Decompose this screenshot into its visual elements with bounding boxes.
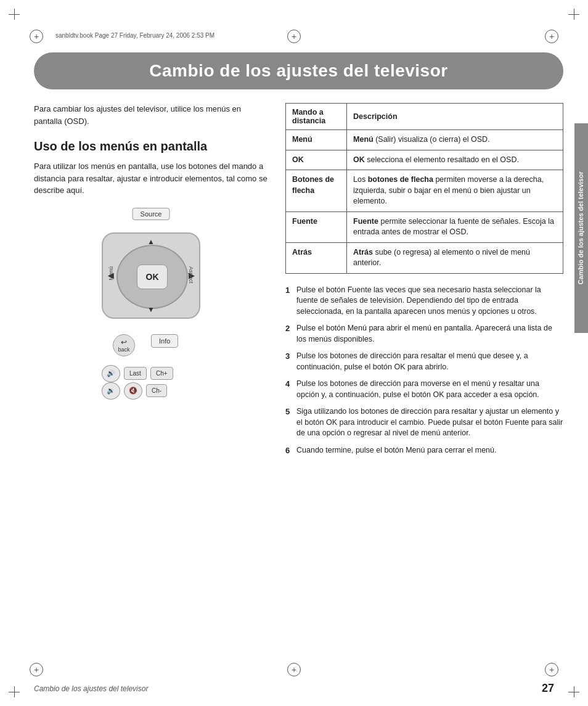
remote-table: Mando a distancia Descripción Menú Menú … [285,103,563,274]
page-title: Cambio de los ajustes del televisor [52,61,545,81]
footer-title: Cambio de los ajustes del televisor [34,684,148,693]
arrow-down-icon[interactable]: ▼ [147,305,155,314]
table-row: OK OK selecciona el elemento resaltado e… [286,150,563,170]
crop-mark-bottom-left [9,686,20,697]
table-row: Menú Menú (Salir) visualiza (o cierra) e… [286,130,563,150]
bottom-row-1: 🔊 Last Ch+ [102,365,173,382]
step-text-1: Pulse el botón Fuente las veces que sea … [296,285,563,318]
section-title: Uso de los menús en pantalla [34,138,268,154]
crop-mark-top-left [9,9,20,20]
step-number-6: 6 [285,445,293,456]
step-text-2: Pulse el botón Menú para abrir el menú e… [296,323,563,345]
step-text-4: Pulse los botones de dirección para move… [296,379,563,400]
two-column-layout: Para cambiar los ajustes del televisor, … [34,103,563,462]
left-column: Para cambiar los ajustes del televisor, … [34,103,268,462]
table-cell-desc-3: Los botones de flecha permiten moverse a… [347,170,563,212]
mute-button[interactable]: 🔇 [124,382,142,400]
reg-mark-top-left [30,30,43,43]
table-header-description: Descripción [347,104,563,130]
intro-text: Para cambiar los ajustes del televisor, … [34,103,268,127]
sidebar-tab: Cambio de los ajustes del televisor [574,123,588,333]
back-button[interactable]: ↩ back [113,334,135,356]
list-item: 2 Pulse el botón Menú para abrir el menú… [285,323,563,345]
title-banner: Cambio de los ajustes del televisor [34,52,563,89]
table-cell-desc-4: Fuente permite seleccionar la fuente de … [347,211,563,242]
source-button[interactable]: Source [133,208,170,220]
table-cell-desc-5: Atrás sube (o regresa) al elemento o niv… [347,242,563,273]
page-footer: Cambio de los ajustes del televisor 27 [34,682,554,695]
crop-mark-bottom-right [568,686,579,697]
list-item: 1 Pulse el botón Fuente las veces que se… [285,285,563,318]
table-header-remote: Mando a distancia [286,104,347,130]
right-column: Mando a distancia Descripción Menú Menú … [285,103,563,462]
ch-plus-button[interactable]: Ch+ [150,367,173,380]
list-item: 5 Siga utilizando los botones de direcci… [285,406,563,439]
table-row: Atrás Atrás sube (o regresa) al elemento… [286,242,563,273]
remote-control: Source OK ▲ ▼ ◀ ▶ [83,208,219,399]
step-number-5: 5 [285,406,293,439]
table-cell-remote-3: Botones de flecha [286,170,347,212]
arrow-up-icon[interactable]: ▲ [147,237,155,246]
volume-down-button[interactable]: 🔉 [102,382,120,400]
list-item: 3 Pulse los botones de dirección para re… [285,351,563,372]
step-text-5: Siga utilizando los botones de dirección… [296,406,563,439]
ok-button[interactable]: OK [137,265,168,289]
page-number: 27 [542,682,554,695]
speaker-high-icon: 🔊 [107,369,115,377]
aspect-label: Aspect [188,266,194,284]
step-text-6: Cuando termine, pulse el botón Menú para… [296,445,497,456]
table-cell-remote-4: Fuente [286,211,347,242]
dpad-container: OK ▲ ▼ ◀ ▶ Menú Aspect [102,232,200,319]
sidebar-tab-label: Cambio de los ajustes del televisor [577,171,585,284]
speaker-low-icon: 🔉 [107,387,115,395]
table-row: Fuente Fuente permite seleccionar la fue… [286,211,563,242]
step-number-3: 3 [285,351,293,372]
bottom-row-2: 🔉 🔇 Ch- [102,382,167,400]
steps-list: 1 Pulse el botón Fuente las veces que se… [285,285,563,456]
step-number-4: 4 [285,379,293,400]
mute-icon: 🔇 [129,387,137,395]
table-cell-desc-1: Menú (Salir) visualiza (o cierra) el OSD… [347,130,563,150]
menu-label: Menú [108,266,114,281]
table-cell-remote-1: Menú [286,130,347,150]
back-button-label: back [118,347,129,353]
step-text-3: Pulse los botones de dirección para resa… [296,351,563,372]
dpad-outer: OK ▲ ▼ ◀ ▶ [102,232,200,319]
table-row: Botones de flecha Los botones de flecha … [286,170,563,212]
step-number-1: 1 [285,285,293,318]
file-info: sanbldtv.book Page 27 Friday, February 2… [55,32,214,39]
remote-illustration: Source OK ▲ ▼ ◀ ▶ [34,208,268,399]
reg-mark-top-right [545,30,558,43]
list-item: 4 Pulse los botones de dirección para mo… [285,379,563,400]
last-button[interactable]: Last [124,367,147,380]
table-cell-remote-5: Atrás [286,242,347,273]
volume-up-button[interactable]: 🔊 [102,365,120,382]
ch-minus-button[interactable]: Ch- [146,384,167,397]
list-item: 6 Cuando termine, pulse el botón Menú pa… [285,445,563,456]
info-button[interactable]: Info [151,334,178,348]
reg-mark-top-center [287,30,301,43]
section-intro: Para utilizar los menús en pantalla, use… [34,160,268,197]
step-number-2: 2 [285,323,293,345]
main-content: Cambio de los ajustes del televisor Para… [34,52,563,672]
table-cell-desc-2: OK selecciona el elemento resaltado en e… [347,150,563,170]
crop-mark-top-right [568,9,579,20]
dpad-inner: OK [116,245,188,309]
table-cell-remote-2: OK [286,150,347,170]
